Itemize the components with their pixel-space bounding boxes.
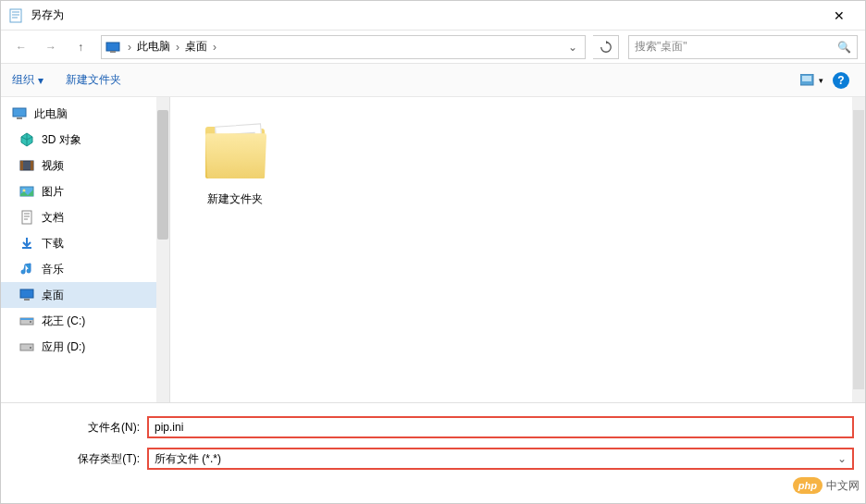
filetype-label: 保存类型(T): <box>12 451 147 467</box>
new-folder-button[interactable]: 新建文件夹 <box>66 72 121 88</box>
svg-rect-15 <box>22 211 31 224</box>
filename-input[interactable]: pip.ini <box>147 416 854 438</box>
sidebar-root-pc[interactable]: 此电脑 <box>1 101 169 127</box>
pc-icon <box>105 40 120 55</box>
scrollbar-thumb[interactable] <box>157 110 168 240</box>
toolbar: 组织 ▾ 新建文件夹 ▾ ? <box>1 64 865 97</box>
sidebar-item-label: 文档 <box>42 210 64 226</box>
search-placeholder: 搜索"桌面" <box>635 39 837 55</box>
svg-rect-25 <box>20 344 33 350</box>
watermark-text: 中文网 <box>826 478 860 494</box>
chevron-down-icon: ⌄ <box>837 452 847 465</box>
watermark-badge: php <box>793 477 823 494</box>
breadcrumb-root[interactable]: 此电脑 <box>133 39 174 55</box>
address-dropdown[interactable]: ⌄ <box>564 41 581 54</box>
breadcrumb-separator: › <box>211 41 218 54</box>
documents-icon <box>19 210 34 225</box>
organize-button[interactable]: 组织 ▾ <box>12 72 43 88</box>
sidebar-item-label: 视频 <box>42 158 64 174</box>
folder-item[interactable]: 新建文件夹 <box>189 112 281 207</box>
sidebar-item-label: 下载 <box>42 236 64 252</box>
folder-name: 新建文件夹 <box>189 191 281 207</box>
sidebar-item-desktop[interactable]: 桌面 <box>1 282 169 308</box>
filename-label: 文件名(N): <box>12 420 147 436</box>
help-button[interactable]: ? <box>828 69 854 92</box>
sidebar-item-label: 花王 (C:) <box>42 313 85 329</box>
pictures-icon <box>19 184 34 199</box>
help-icon: ? <box>833 72 849 89</box>
refresh-icon <box>600 41 612 54</box>
3d-icon <box>19 132 34 147</box>
view-icon <box>800 74 817 87</box>
sidebar-item-pictures[interactable]: 图片 <box>1 178 169 204</box>
svg-rect-5 <box>110 51 116 53</box>
refresh-button[interactable] <box>593 35 619 59</box>
watermark: php 中文网 <box>793 477 860 494</box>
sidebar-item-label: 图片 <box>42 184 64 200</box>
drive-icon <box>19 313 34 328</box>
svg-rect-11 <box>20 161 23 170</box>
sidebar-item-videos[interactable]: 视频 <box>1 153 169 178</box>
search-input[interactable]: 搜索"桌面" 🔍 <box>628 35 858 59</box>
sidebar: 此电脑 3D 对象 视频 图片 文档 下载 音乐 桌面 <box>1 97 169 402</box>
downloads-icon <box>19 236 34 251</box>
breadcrumb-separator: › <box>174 41 181 54</box>
svg-rect-7 <box>802 76 811 81</box>
sidebar-item-label: 3D 对象 <box>42 132 81 148</box>
titlebar: 另存为 ✕ <box>1 1 865 31</box>
forward-button[interactable]: → <box>38 34 64 60</box>
filetype-combo[interactable]: 所有文件 (*.*) ⌄ <box>147 448 854 470</box>
sidebar-item-downloads[interactable]: 下载 <box>1 230 169 256</box>
video-icon <box>19 158 34 173</box>
sidebar-item-label: 桌面 <box>42 288 64 303</box>
sidebar-scrollbar[interactable] <box>156 97 169 402</box>
sidebar-item-drive-c[interactable]: 花王 (C:) <box>1 308 169 334</box>
back-button[interactable]: ← <box>8 34 34 60</box>
svg-rect-21 <box>24 299 30 301</box>
search-icon: 🔍 <box>837 41 851 54</box>
sidebar-item-label: 音乐 <box>42 262 64 277</box>
close-button[interactable]: ✕ <box>821 8 858 23</box>
svg-rect-23 <box>20 318 33 320</box>
up-button[interactable]: ↑ <box>68 34 93 60</box>
navbar: ← → ↑ › 此电脑 › 桌面 › ⌄ 搜索"桌面" 🔍 <box>1 31 865 64</box>
breadcrumb-current[interactable]: 桌面 <box>181 39 211 55</box>
svg-rect-12 <box>31 161 33 170</box>
view-button[interactable]: ▾ <box>798 69 824 92</box>
address-bar[interactable]: › 此电脑 › 桌面 › ⌄ <box>101 35 586 59</box>
desktop-icon <box>19 288 34 302</box>
file-list[interactable]: 新建文件夹 <box>170 97 865 402</box>
main-area: 此电脑 3D 对象 视频 图片 文档 下载 音乐 桌面 <box>1 97 865 402</box>
save-form: 文件名(N): pip.ini 保存类型(T): 所有文件 (*.*) ⌄ <box>1 402 865 486</box>
svg-rect-20 <box>20 289 33 298</box>
svg-rect-4 <box>106 43 119 51</box>
pc-icon <box>12 106 27 121</box>
content-scrollbar[interactable] <box>852 97 865 402</box>
svg-rect-0 <box>10 9 21 22</box>
chevron-down-icon: ▾ <box>38 74 43 87</box>
drive-icon <box>19 339 34 354</box>
sidebar-item-label: 应用 (D:) <box>42 339 85 355</box>
sidebar-item-label: 此电脑 <box>34 106 68 122</box>
music-icon <box>19 262 34 277</box>
notepad-icon <box>8 8 23 23</box>
breadcrumb-separator: › <box>126 41 133 54</box>
scrollbar-thumb[interactable] <box>853 110 864 389</box>
svg-rect-9 <box>17 117 22 119</box>
chevron-down-icon: ▾ <box>819 76 823 85</box>
svg-point-24 <box>30 321 31 323</box>
window-title: 另存为 <box>31 7 821 23</box>
folder-icon <box>198 112 272 186</box>
sidebar-item-music[interactable]: 音乐 <box>1 256 169 282</box>
svg-rect-8 <box>13 108 26 117</box>
sidebar-item-documents[interactable]: 文档 <box>1 204 169 230</box>
sidebar-item-drive-d[interactable]: 应用 (D:) <box>1 334 169 360</box>
sidebar-item-3d[interactable]: 3D 对象 <box>1 127 169 153</box>
svg-point-26 <box>30 347 31 349</box>
